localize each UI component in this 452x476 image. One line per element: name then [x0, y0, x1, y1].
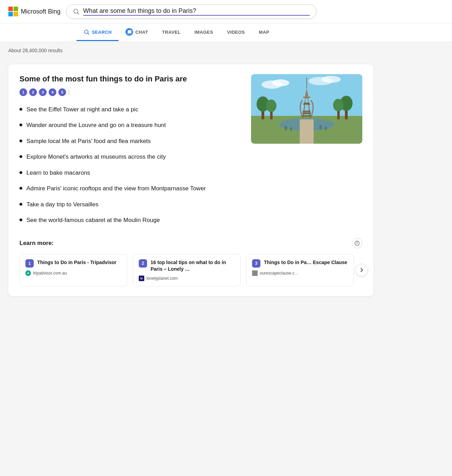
tripadvisor-favicon: [25, 270, 31, 276]
info-icon[interactable]: [352, 238, 362, 248]
chat-icon: [126, 28, 133, 36]
svg-point-24: [284, 126, 287, 130]
svg-point-23: [333, 99, 344, 111]
bullet-dot: [19, 171, 22, 174]
bullet-text: Learn to bake macarons: [26, 168, 90, 177]
svg-point-19: [266, 100, 276, 112]
svg-point-25: [290, 127, 292, 131]
source-card-1-header: 1 Things to Do in Paris - Tripadvisor: [25, 259, 121, 268]
svg-rect-36: [304, 103, 309, 104]
lonelyplanet-favicon: lp: [139, 276, 144, 281]
source-cards: 1 Things to Do in Paris - Tripadvisor tr…: [19, 254, 362, 286]
learn-more-title: Learn more:: [19, 240, 54, 247]
logo-text: Microsoft Bing: [21, 8, 60, 15]
bullet-item-7: Take a day trip to Versailles: [19, 197, 243, 213]
source-card-3-header: 3 Things to Do in Pa… Escape Clause: [252, 259, 348, 268]
svg-rect-0: [8, 7, 13, 11]
header: Microsoft Bing: [0, 0, 452, 23]
bullet-dot: [19, 187, 22, 190]
escape-favicon: [252, 270, 258, 276]
carousel-next-arrow[interactable]: [355, 264, 368, 276]
bullet-item-3: Sample local life at Paris' food and fle…: [19, 133, 243, 149]
featured-card: Some of the most fun things to do in Par…: [8, 64, 373, 296]
bullet-text: Wander around the Louvre and go on a tre…: [26, 121, 166, 130]
bullet-item-1: See the Eiffel Tower at night and take a…: [19, 102, 243, 118]
svg-rect-3: [14, 12, 18, 16]
bullet-text: See the Eiffel Tower at night and take a…: [26, 105, 138, 114]
svg-line-5: [78, 13, 79, 15]
svg-point-12: [321, 76, 341, 83]
bullet-dot: [19, 219, 22, 221]
bullet-item-5: Learn to bake macarons: [19, 165, 243, 181]
bullet-list: See the Eiffel Tower at night and take a…: [19, 102, 243, 228]
source-card-3-badge: 3: [252, 259, 260, 268]
bullet-item-8: See the world-famous cabaret at the Moul…: [19, 212, 243, 228]
tab-maps[interactable]: MAP: [252, 25, 276, 41]
svg-rect-15: [300, 119, 314, 144]
bullet-dot: [19, 203, 22, 206]
source-badge-2[interactable]: 2: [29, 88, 37, 96]
search-icon: [73, 8, 80, 15]
bullet-dot: [19, 108, 22, 111]
tab-images[interactable]: IMAGES: [187, 25, 220, 41]
source-badges: 1 2 3 4 5 :: [19, 88, 243, 96]
svg-point-43: [28, 272, 29, 273]
featured-title: Some of the most fun things to do in Par…: [19, 74, 243, 84]
bullet-text: See the world-famous cabaret at the Moul…: [26, 216, 160, 225]
svg-point-26: [319, 125, 322, 130]
tab-videos[interactable]: VIDEOS: [220, 25, 252, 41]
svg-line-7: [88, 33, 89, 34]
bullet-text: Take a day trip to Versailles: [26, 200, 98, 209]
results-count: About 28,400,000 results: [0, 42, 452, 59]
source-badge-4[interactable]: 4: [49, 88, 56, 96]
source-card-2-badge: 2: [139, 259, 147, 268]
bullet-item-4: Explore Monet's artworks at museums acro…: [19, 149, 243, 165]
featured-top: Some of the most fun things to do in Par…: [19, 74, 362, 228]
source-badge-5[interactable]: 5: [58, 88, 66, 96]
source-card-1-url: tripadvisor.com.au: [25, 270, 121, 276]
search-input[interactable]: [83, 7, 310, 16]
bullet-text: Explore Monet's artworks at museums acro…: [26, 152, 166, 161]
source-badge-1[interactable]: 1: [19, 88, 27, 96]
svg-rect-37: [302, 112, 311, 114]
svg-point-27: [325, 126, 327, 130]
bullet-text: Admire Paris' iconic rooftops and the vi…: [26, 184, 206, 193]
source-badge-3[interactable]: 3: [39, 88, 47, 96]
source-card-1[interactable]: 1 Things to Do in Paris - Tripadvisor tr…: [19, 254, 127, 286]
featured-image: [251, 74, 362, 144]
source-card-1-badge: 1: [25, 259, 34, 268]
source-card-2-url: lp lonelyplanet.com: [139, 276, 235, 281]
main-content: Some of the most fun things to do in Par…: [0, 59, 452, 302]
source-card-3-url: ourescapeclause.c…: [252, 270, 348, 276]
source-card-2-header: 2 16 top local tips on what to do in Par…: [139, 259, 235, 273]
bullet-item-2: Wander around the Louvre and go on a tre…: [19, 117, 243, 133]
source-card-3-title: Things to Do in Pa… Escape Clause: [264, 259, 347, 266]
logo-area: Microsoft Bing: [8, 7, 60, 16]
search-bar[interactable]: [66, 4, 316, 19]
learn-more-header: Learn more:: [19, 238, 362, 248]
svg-point-10: [272, 79, 289, 86]
svg-rect-33: [302, 115, 311, 117]
search-tab-icon: [83, 29, 90, 35]
learn-more-section: Learn more: 1 Things to Do in Paris - Tr…: [19, 238, 362, 286]
bullet-dot: [19, 140, 22, 142]
bullet-dot: [19, 155, 22, 158]
bullet-dot: [19, 124, 22, 126]
tab-chat[interactable]: CHAT: [119, 23, 155, 42]
featured-text: Some of the most fun things to do in Par…: [19, 74, 243, 228]
svg-point-4: [74, 9, 78, 13]
svg-rect-32: [303, 111, 310, 112]
paris-scene-svg: [251, 74, 362, 144]
tab-travel[interactable]: TRAVEL: [155, 25, 187, 41]
tab-search[interactable]: SEARCH: [76, 24, 119, 41]
svg-rect-2: [8, 12, 13, 16]
svg-rect-1: [14, 7, 18, 11]
svg-point-40: [357, 242, 357, 242]
nav-tabs: SEARCH CHAT TRAVEL IMAGES VIDEOS MAP: [0, 23, 452, 42]
bullet-text: Sample local life at Paris' food and fle…: [26, 137, 151, 146]
source-card-1-title: Things to Do in Paris - Tripadvisor: [37, 259, 116, 266]
source-card-3[interactable]: 3 Things to Do in Pa… Escape Clause oure…: [246, 254, 354, 286]
source-card-2[interactable]: 2 16 top local tips on what to do in Par…: [133, 254, 241, 286]
colon: :: [68, 89, 70, 95]
svg-point-6: [84, 30, 88, 34]
